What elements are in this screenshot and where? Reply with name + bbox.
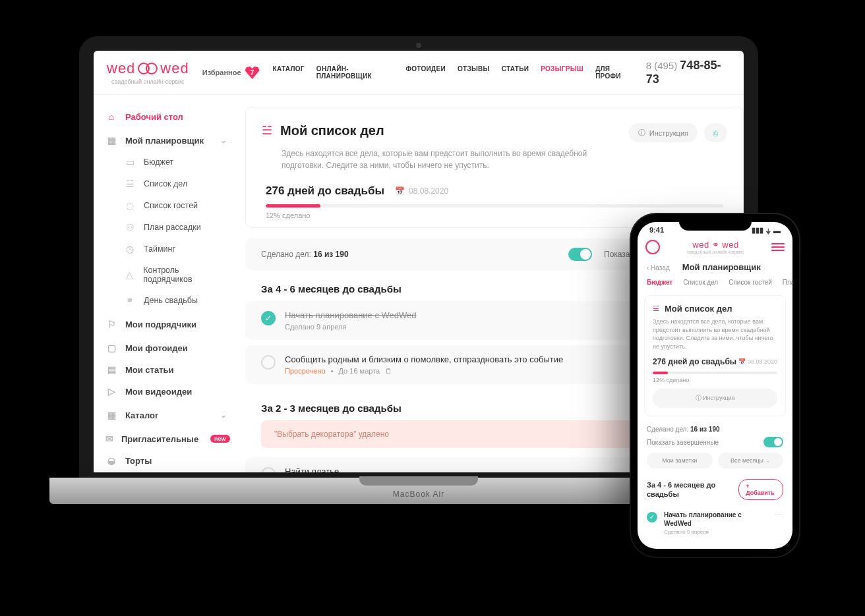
mobile-group-header: За 4 - 6 месяцев до свадьбы + Добавить — [638, 475, 792, 505]
mobile-tabs: Бюджет Список дел Список гостей План — [638, 272, 792, 291]
video-icon: ▷ — [105, 386, 117, 397]
mobile-progress-label: 12% сделано — [653, 377, 777, 383]
mobile-task-meta: Сделано 9 апреля — [664, 529, 768, 535]
back-button[interactable]: ‹ Назад — [647, 264, 670, 271]
sidebar-photoideas[interactable]: ▢Мои фотоидеи — [100, 338, 232, 358]
nav-catalog[interactable]: КАТАЛОГ — [273, 65, 305, 80]
nav-planner[interactable]: ОНЛАЙН-ПЛАНИРОВЩИК — [316, 65, 394, 80]
page-description: Здесь находятся все дела, которые вам пр… — [282, 148, 624, 171]
add-task-button[interactable]: + Добавить — [738, 479, 783, 500]
photo-icon: ▢ — [105, 343, 117, 353]
phone-prefix: 8 (495) — [646, 60, 680, 71]
mobile-show-completed-label: Показать завершенные — [647, 439, 719, 446]
task-title: Начать планирование с WedWed — [285, 310, 417, 320]
task-meta: Сделано 9 апреля — [285, 323, 417, 331]
mobile-instruction-button[interactable]: ⓘ Инструкция — [653, 389, 777, 408]
nav-photoideas[interactable]: ФОТОИДЕИ — [405, 65, 446, 80]
mobile-filters: Мои заметки Все месяцы ⌄ — [638, 453, 792, 475]
more-icon[interactable]: ⋯ — [775, 511, 783, 519]
avatar-button[interactable] — [645, 240, 660, 254]
sidebar-articles[interactable]: ▤Мои статьи — [100, 360, 232, 379]
sidebar-item-guests[interactable]: ◌Список гостей — [100, 196, 232, 215]
nav-pro[interactable]: ДЛЯ ПРОФИ — [595, 65, 633, 80]
sidebar-dashboard[interactable]: ⌂ Рабочий стол — [100, 107, 232, 126]
task-meta: Просрочено • До 16 марта 🗒 — [285, 367, 563, 375]
sidebar-videoideas[interactable]: ▷Мои видеоидеи — [100, 381, 232, 401]
logo-word-b: wed — [160, 60, 189, 77]
check-done-icon[interactable]: ✓ — [261, 311, 276, 325]
mobile-show-completed-toggle[interactable] — [763, 437, 783, 447]
logo[interactable]: wed wed свадебный онлайн-сервис — [107, 60, 189, 85]
nav-giveaway[interactable]: РОЗЫГРЫШ — [541, 65, 583, 80]
check-empty-icon[interactable] — [261, 355, 276, 370]
calendar-icon: 📅 — [395, 186, 405, 196]
rings-icon — [138, 61, 158, 76]
vendor-icon: ⚐ — [105, 319, 117, 329]
sidebar-my-vendors[interactable]: ⚐Мои подрядчики — [100, 314, 232, 334]
chevron-down-icon: ⌄ — [220, 410, 227, 420]
home-icon: ⌂ — [105, 111, 117, 122]
sidebar-item-budget[interactable]: ▭Бюджет — [100, 152, 232, 172]
sidebar-item-timing[interactable]: ◷Тайминг — [100, 239, 232, 259]
tab-budget[interactable]: Бюджет — [647, 279, 672, 286]
sidebar-cakes[interactable]: ◒Торты — [100, 451, 232, 470]
filter-months-button[interactable]: Все месяцы ⌄ — [718, 453, 784, 468]
sidebar-invites[interactable]: ✉Пригласительныеnew — [100, 429, 232, 449]
person-icon: ◌ — [124, 200, 136, 211]
task-title: Найти платье — [285, 466, 380, 472]
wedding-date: 📅08.08.2020 — [395, 186, 448, 196]
mobile-logo[interactable]: wed ⚭ wed свадебный онлайн-сервис — [660, 240, 771, 254]
signal-icon: ▮▮▮ — [752, 226, 763, 235]
tab-plan[interactable]: План — [783, 279, 792, 286]
webcam-dot — [416, 43, 421, 48]
phone-notch — [679, 214, 752, 231]
logo-word-a: wed — [107, 60, 135, 77]
todo-icon: ☱ — [653, 304, 659, 313]
cake-icon: ◒ — [105, 455, 117, 466]
top-nav: КАТАЛОГ ОНЛАЙН-ПЛАНИРОВЩИК ФОТОИДЕИ ОТЗЫ… — [273, 65, 633, 80]
overdue-label: Просрочено — [285, 367, 326, 375]
chevron-down-icon: ⌄ — [220, 136, 227, 145]
header-phone[interactable]: 8 (495) 748-85-73 — [646, 59, 731, 86]
check-done-icon[interactable]: ✓ — [647, 512, 657, 522]
check-empty-icon[interactable] — [261, 467, 276, 472]
menu-button[interactable] — [771, 243, 785, 251]
mobile-task-row[interactable]: ✓ Начать планирование с WedWed Сделано 9… — [638, 505, 792, 540]
mobile-task-title: Начать планирование с WedWed — [664, 511, 768, 528]
rings-small-icon: ⚭ — [124, 295, 136, 306]
sidebar-item-seating[interactable]: ⚇План рассадки — [100, 217, 232, 237]
logo-text: wed wed — [107, 60, 189, 77]
favorites-button[interactable]: Избранное 7 — [202, 66, 260, 79]
mobile-page-title: Мой список дел — [665, 304, 732, 314]
days-to-wedding: 276 дней до свадьбы — [266, 184, 384, 198]
nav-reviews[interactable]: ОТЗЫВЫ — [458, 65, 490, 80]
clock-icon: ◷ — [124, 244, 136, 254]
warning-icon: △ — [124, 269, 135, 280]
heart-icon: 7 — [245, 66, 260, 79]
mobile-toggle-row: Показать завершенные — [638, 434, 792, 453]
mobile-countdown: 276 дней до свадьбы 📅 08.08.2020 — [653, 357, 777, 366]
sidebar-item-vendors-control[interactable]: △Контроль подрядчиков — [100, 261, 232, 289]
phone-mockup: 9:41 ▮▮▮ ⏚ ▬ wed ⚭ wed свадебный онлайн-… — [631, 214, 799, 557]
wifi-icon: ⏚ — [766, 227, 771, 235]
battery-icon: ▬ — [773, 227, 781, 235]
filter-notes-button[interactable]: Мои заметки — [647, 453, 713, 468]
nav-articles[interactable]: СТАТЬИ — [502, 65, 529, 80]
sidebar-item-wedding-day[interactable]: ⚭День свадьбы — [100, 291, 232, 310]
tab-guests[interactable]: Список гостей — [729, 279, 772, 286]
sidebar-planner[interactable]: ▦ Мой планировщик ⌄ — [100, 130, 232, 150]
note-icon: 🗒 — [385, 367, 392, 375]
print-icon: ⎙ — [713, 129, 718, 137]
tab-todolist[interactable]: Список дел — [683, 279, 718, 286]
page-title: Мой список дел — [280, 123, 384, 138]
mobile-description: Здесь находятся все дела, которые вам пр… — [653, 318, 777, 350]
sidebar-item-todolist[interactable]: ☱Список дел — [100, 174, 232, 194]
mobile-topbar: wed ⚭ wed свадебный онлайн-сервис — [638, 236, 792, 257]
instruction-button[interactable]: ⓘИнструкция — [629, 123, 698, 142]
wallet-icon: ▭ — [124, 157, 136, 167]
show-completed-toggle[interactable] — [568, 248, 592, 261]
sidebar-catalog[interactable]: ▦Каталог⌄ — [100, 405, 232, 425]
article-icon: ▤ — [105, 364, 117, 375]
print-button[interactable]: ⎙ — [704, 123, 727, 142]
progress-bar — [266, 204, 723, 208]
